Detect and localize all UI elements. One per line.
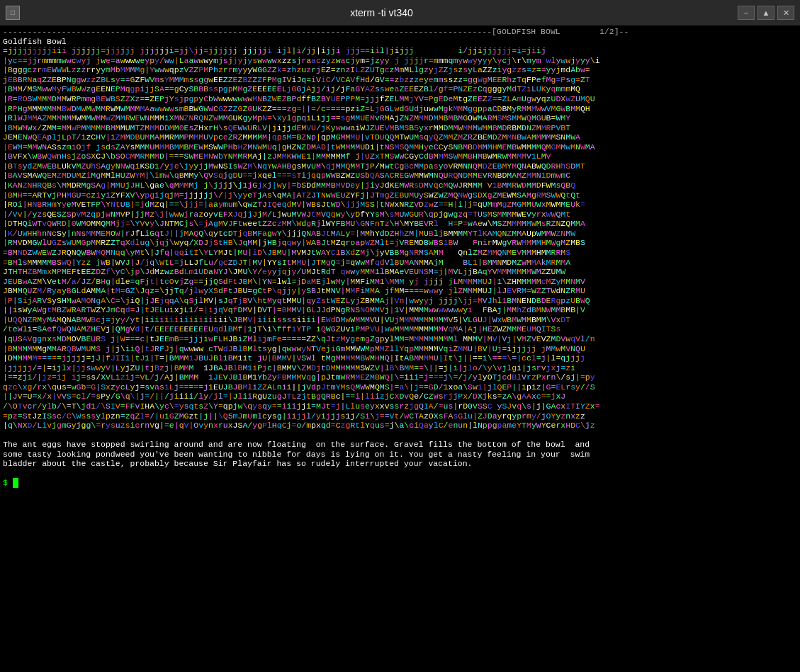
- window-title: xterm -ti vt340: [26, 7, 738, 18]
- titlebar-buttons: − ▲ ✕: [738, 6, 794, 20]
- minimize-button[interactable]: −: [738, 6, 755, 20]
- window-icon: □: [6, 6, 20, 20]
- terminal-window: □ xterm -ti vt340 − ▲ ✕ ----------------…: [0, 0, 800, 672]
- close-button[interactable]: ✕: [777, 6, 794, 20]
- terminal-content[interactable]: ----------------------------------------…: [0, 25, 800, 647]
- prompt-text: $: [3, 478, 13, 487]
- titlebar-left: □: [6, 6, 26, 20]
- bottom-bar: [0, 647, 800, 672]
- titlebar: □ xterm -ti vt340 − ▲ ✕: [0, 0, 800, 25]
- maximize-button[interactable]: ▲: [757, 6, 774, 20]
- cursor: [13, 478, 18, 488]
